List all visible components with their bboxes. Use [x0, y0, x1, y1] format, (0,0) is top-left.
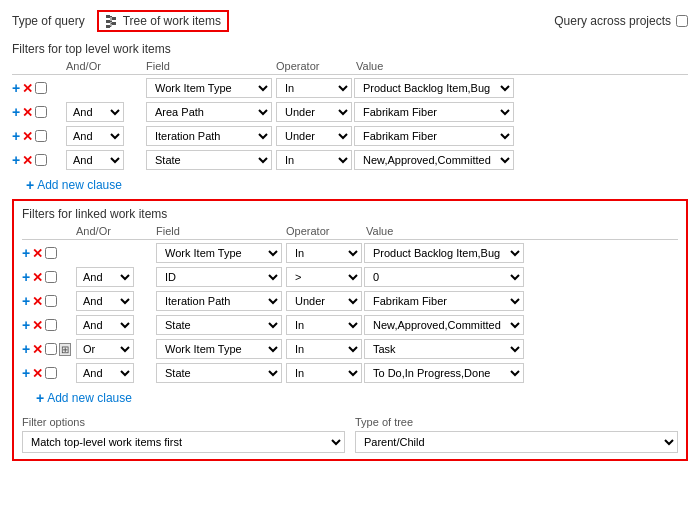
row-checkbox[interactable]	[35, 106, 47, 118]
remove-row-button[interactable]: ✕	[32, 247, 43, 260]
remove-row-button[interactable]: ✕	[22, 154, 33, 167]
remove-row-button[interactable]: ✕	[22, 106, 33, 119]
top-add-clause[interactable]: + Add new clause	[26, 177, 122, 193]
value-cell[interactable]: Task	[364, 339, 524, 359]
field-cell[interactable]: State	[144, 150, 274, 170]
row-checkbox[interactable]	[45, 367, 57, 379]
value-cell[interactable]: New,Approved,Committed	[364, 315, 524, 335]
value-cell[interactable]: 0	[364, 267, 524, 287]
field-select[interactable]: State	[156, 315, 282, 335]
operator-select[interactable]: In	[286, 243, 362, 263]
andor-select[interactable]: OrAnd	[76, 339, 134, 359]
value-select[interactable]: Product Backlog Item,Bug	[364, 243, 524, 263]
row-checkbox[interactable]	[35, 154, 47, 166]
operator-select[interactable]: In	[286, 363, 362, 383]
andor-cell[interactable]: OrAnd	[74, 339, 154, 359]
value-select[interactable]: To Do,In Progress,Done	[364, 363, 524, 383]
operator-select[interactable]: Under	[286, 291, 362, 311]
row-checkbox[interactable]	[35, 130, 47, 142]
value-select[interactable]: New,Approved,Committed	[354, 150, 514, 170]
row-checkbox[interactable]	[45, 271, 57, 283]
value-select[interactable]: Product Backlog Item,Bug	[354, 78, 514, 98]
value-select[interactable]: Task	[364, 339, 524, 359]
operator-cell[interactable]: Under	[274, 102, 354, 122]
field-cell[interactable]: Area Path	[144, 102, 274, 122]
add-row-button[interactable]: +	[22, 270, 30, 284]
operator-cell[interactable]: In	[274, 150, 354, 170]
andor-cell[interactable]: AndOr	[74, 363, 154, 383]
operator-cell[interactable]: Under	[274, 126, 354, 146]
row-checkbox[interactable]	[45, 247, 57, 259]
remove-row-button[interactable]: ✕	[32, 271, 43, 284]
field-select[interactable]: Work Item Type	[146, 78, 272, 98]
value-select[interactable]: Fabrikam Fiber	[354, 126, 514, 146]
andor-cell[interactable]: AndOr	[74, 291, 154, 311]
andor-select[interactable]: AndOr	[66, 126, 124, 146]
operator-cell[interactable]: In	[284, 243, 364, 263]
field-select[interactable]: ID	[156, 267, 282, 287]
operator-select[interactable]: Under	[276, 126, 352, 146]
row-checkbox[interactable]	[45, 319, 57, 331]
field-cell[interactable]: Work Item Type	[144, 78, 274, 98]
add-row-button[interactable]: +	[12, 153, 20, 167]
andor-cell[interactable]: AndOr	[64, 102, 144, 122]
andor-cell[interactable]: AndOr	[64, 126, 144, 146]
field-cell[interactable]: ID	[154, 267, 284, 287]
andor-select[interactable]: AndOr	[76, 315, 134, 335]
operator-select[interactable]: Under	[276, 102, 352, 122]
field-select[interactable]: Work Item Type	[156, 243, 282, 263]
remove-row-button[interactable]: ✕	[22, 82, 33, 95]
remove-row-button[interactable]: ✕	[32, 367, 43, 380]
query-across-checkbox[interactable]	[676, 15, 688, 27]
operator-select[interactable]: In	[286, 339, 362, 359]
add-row-button[interactable]: +	[22, 294, 30, 308]
operator-cell[interactable]: In	[284, 315, 364, 335]
value-select[interactable]: New,Approved,Committed	[364, 315, 524, 335]
field-cell[interactable]: State	[154, 363, 284, 383]
operator-select[interactable]: In	[286, 315, 362, 335]
field-select[interactable]: Iteration Path	[156, 291, 282, 311]
value-cell[interactable]: Product Backlog Item,Bug	[354, 78, 514, 98]
andor-select[interactable]: AndOr	[76, 267, 134, 287]
andor-cell[interactable]: AndOr	[64, 150, 144, 170]
operator-cell[interactable]: In	[284, 339, 364, 359]
field-select[interactable]: Work Item Type	[156, 339, 282, 359]
value-select[interactable]: Fabrikam Fiber	[354, 102, 514, 122]
linked-add-clause[interactable]: + Add new clause	[36, 390, 132, 406]
andor-select[interactable]: AndOr	[76, 363, 134, 383]
operator-cell[interactable]: In	[284, 363, 364, 383]
row-checkbox[interactable]	[35, 82, 47, 94]
add-row-button[interactable]: +	[12, 81, 20, 95]
value-cell[interactable]: Fabrikam Fiber	[354, 102, 514, 122]
row-checkbox[interactable]	[45, 295, 57, 307]
remove-row-button[interactable]: ✕	[32, 343, 43, 356]
operator-cell[interactable]: Under	[284, 291, 364, 311]
andor-cell[interactable]: AndOr	[74, 267, 154, 287]
field-cell[interactable]: Iteration Path	[144, 126, 274, 146]
operator-cell[interactable]: >	[284, 267, 364, 287]
value-cell[interactable]: Fabrikam Fiber	[354, 126, 514, 146]
value-select[interactable]: 0	[364, 267, 524, 287]
andor-select[interactable]: AndOr	[66, 150, 124, 170]
value-cell[interactable]: To Do,In Progress,Done	[364, 363, 524, 383]
field-select[interactable]: State	[146, 150, 272, 170]
remove-row-button[interactable]: ✕	[32, 295, 43, 308]
value-select[interactable]: Fabrikam Fiber	[364, 291, 524, 311]
value-cell[interactable]: Product Backlog Item,Bug	[364, 243, 524, 263]
add-row-button[interactable]: +	[22, 246, 30, 260]
andor-cell[interactable]: AndOr	[74, 315, 154, 335]
field-cell[interactable]: State	[154, 315, 284, 335]
tree-type-select[interactable]: Parent/Child Related Predecessor/Success…	[355, 431, 678, 453]
add-row-button[interactable]: +	[22, 342, 30, 356]
field-cell[interactable]: Work Item Type	[154, 243, 284, 263]
add-row-button[interactable]: +	[12, 129, 20, 143]
field-cell[interactable]: Iteration Path	[154, 291, 284, 311]
filter-options-select[interactable]: Match top-level work items first Match l…	[22, 431, 345, 453]
operator-select[interactable]: >	[286, 267, 362, 287]
andor-select[interactable]: AndOr	[76, 291, 134, 311]
add-row-button[interactable]: +	[22, 366, 30, 380]
remove-row-button[interactable]: ✕	[22, 130, 33, 143]
operator-select[interactable]: In	[276, 78, 352, 98]
field-select[interactable]: State	[156, 363, 282, 383]
field-select[interactable]: Iteration Path	[146, 126, 272, 146]
